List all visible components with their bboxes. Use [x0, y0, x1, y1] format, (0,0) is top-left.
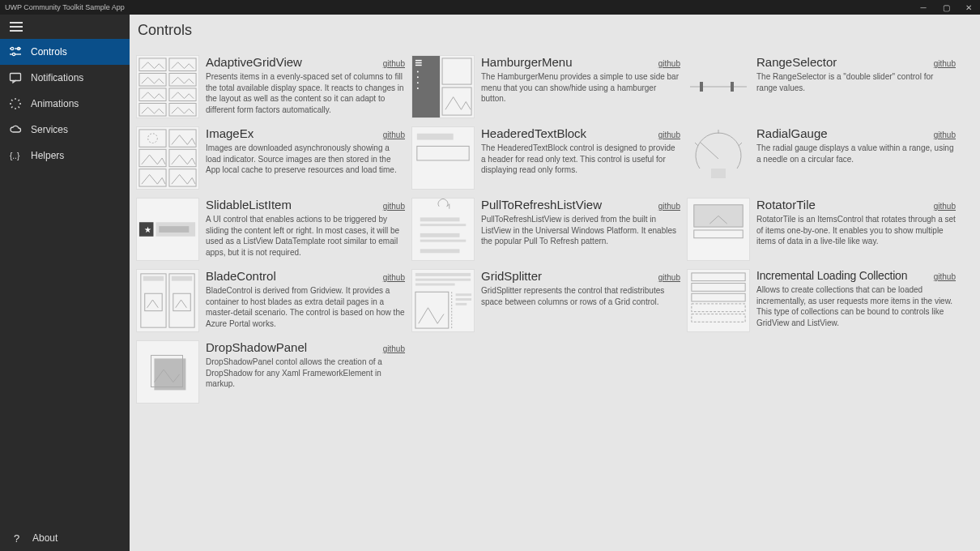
- tile-description: A UI control that enables actions to be …: [206, 214, 405, 258]
- sidebar-item-about[interactable]: ? About: [0, 525, 130, 551]
- tile-title: Incremental Loading Collection: [756, 269, 907, 282]
- svg-line-42: [695, 143, 698, 146]
- tile-thumbnail: [687, 55, 750, 118]
- svg-rect-56: [694, 230, 743, 238]
- svg-rect-26: [442, 58, 471, 84]
- svg-rect-59: [145, 293, 162, 310]
- github-link[interactable]: github: [934, 272, 956, 281]
- svg-rect-14: [139, 88, 166, 101]
- svg-rect-39: [417, 146, 469, 160]
- svg-rect-21: [415, 65, 422, 66]
- svg-rect-53: [420, 249, 460, 253]
- tile-description: The HeaderedTextBlock control is designe…: [481, 143, 680, 176]
- svg-rect-7: [11, 74, 21, 81]
- github-link[interactable]: github: [383, 59, 405, 68]
- tile-rotatortile[interactable]: RotatorTile github RotatorTile is an Ite…: [687, 196, 956, 263]
- svg-point-25: [417, 88, 419, 89]
- svg-rect-29: [700, 82, 703, 92]
- github-link[interactable]: github: [383, 202, 405, 211]
- close-button[interactable]: ✕: [957, 0, 980, 15]
- svg-rect-19: [415, 60, 422, 61]
- minimize-button[interactable]: ─: [912, 0, 935, 15]
- sidebar-item-notifications[interactable]: Notifications: [0, 65, 130, 91]
- svg-rect-71: [692, 273, 745, 281]
- sidebar-item-label: Services: [31, 124, 68, 135]
- svg-point-22: [417, 71, 419, 73]
- svg-rect-15: [169, 88, 196, 101]
- tile-title: GridSplitter: [481, 269, 542, 283]
- svg-rect-52: [420, 240, 467, 242]
- svg-rect-72: [692, 284, 745, 292]
- svg-rect-64: [415, 279, 471, 281]
- tile-imageex[interactable]: ImageEx github Images are downloaded asy…: [136, 125, 405, 191]
- tile-gridsplitter[interactable]: GridSplitter github GridSplitter represe…: [411, 267, 680, 334]
- github-link[interactable]: github: [658, 202, 680, 211]
- tile-title: PullToRefreshListView: [481, 198, 602, 211]
- svg-rect-63: [415, 273, 471, 276]
- sidebar-item-controls[interactable]: Controls: [0, 39, 130, 65]
- tile-incrementalloading[interactable]: Incremental Loading Collection github Al…: [687, 267, 956, 334]
- tile-thumbnail: [411, 198, 475, 261]
- tile-adaptivegridview[interactable]: AdaptiveGridView github Presents items i…: [136, 53, 405, 120]
- tile-headeredtextblock[interactable]: HeaderedTextBlock github The HeaderedTex…: [411, 125, 680, 191]
- svg-rect-58: [143, 276, 164, 281]
- tile-title: DropShadowPanel: [206, 340, 307, 354]
- tile-pulltorefreshlistview[interactable]: PullToRefreshListView github PullToRefre…: [411, 196, 680, 263]
- tile-thumbnail: [687, 126, 750, 190]
- tile-slidablelistitem[interactable]: ★ SlidableListItem github A UI control t…: [136, 196, 405, 263]
- animations-icon: [8, 96, 23, 111]
- svg-rect-61: [172, 276, 192, 281]
- tile-description: GridSplitter represents the control that…: [481, 285, 680, 307]
- github-link[interactable]: github: [383, 273, 405, 282]
- sidebar-item-animations[interactable]: Animations: [0, 91, 130, 117]
- tile-description: Allows to create collections that can be…: [756, 284, 956, 328]
- tile-thumbnail: [411, 126, 475, 190]
- sidebar-item-services[interactable]: Services: [0, 117, 130, 143]
- svg-rect-20: [415, 62, 422, 63]
- tile-description: DropShadowPanel contol allows the creati…: [206, 357, 405, 390]
- github-link[interactable]: github: [934, 202, 956, 211]
- tile-description: The RangeSelector is a "double slider" c…: [756, 71, 956, 93]
- tile-thumbnail: [687, 269, 750, 332]
- svg-rect-41: [711, 169, 726, 178]
- tile-title: AdaptiveGridView: [206, 55, 302, 69]
- tile-description: RotatorTile is an ItemsControl that rota…: [756, 214, 956, 247]
- github-link[interactable]: github: [383, 130, 405, 139]
- tile-radialgauge[interactable]: RadialGauge github The radial gauge disp…: [687, 125, 956, 191]
- tile-dropshadowpanel[interactable]: DropShadowPanel github DropShadowPanel c…: [136, 339, 405, 405]
- help-icon: ?: [10, 531, 24, 545]
- maximize-button[interactable]: ▢: [935, 0, 957, 15]
- tile-rangeselector[interactable]: RangeSelector github The RangeSelector i…: [687, 53, 956, 120]
- github-link[interactable]: github: [658, 59, 680, 68]
- sidebar-item-helpers[interactable]: {..} Helpers: [0, 143, 130, 169]
- svg-rect-70: [456, 303, 467, 305]
- sidebar-item-label: About: [32, 532, 58, 544]
- tile-thumbnail: [687, 198, 750, 261]
- tile-title: HeaderedTextBlock: [481, 126, 586, 140]
- svg-rect-13: [169, 73, 196, 86]
- svg-rect-50: [420, 224, 467, 226]
- tile-description: Images are downloaded asynchronously sho…: [206, 143, 405, 176]
- tile-bladecontrol[interactable]: BladeControl github BladeControl is deri…: [136, 267, 405, 334]
- github-link[interactable]: github: [934, 130, 956, 139]
- github-link[interactable]: github: [658, 130, 680, 139]
- svg-rect-74: [692, 304, 745, 312]
- github-link[interactable]: github: [934, 59, 956, 68]
- github-link[interactable]: github: [383, 344, 405, 353]
- tile-description: Presents items in a evenly-spaced set of…: [206, 71, 405, 115]
- tile-hamburgermenu[interactable]: HamburgerMenu github The HamburgerMenu p…: [411, 53, 680, 120]
- svg-rect-51: [420, 233, 460, 237]
- tile-thumbnail: ★: [136, 198, 199, 261]
- svg-rect-68: [456, 293, 471, 296]
- svg-rect-49: [420, 217, 460, 221]
- tile-thumbnail: [136, 55, 199, 118]
- tile-title: RangeSelector: [756, 55, 837, 69]
- tile-thumbnail: [411, 269, 475, 332]
- hamburger-button[interactable]: [10, 18, 28, 36]
- tile-title: BladeControl: [206, 269, 276, 283]
- svg-rect-12: [139, 73, 166, 86]
- github-link[interactable]: github: [658, 273, 680, 282]
- svg-rect-16: [139, 103, 166, 116]
- svg-rect-66: [415, 292, 449, 328]
- svg-rect-17: [169, 103, 196, 116]
